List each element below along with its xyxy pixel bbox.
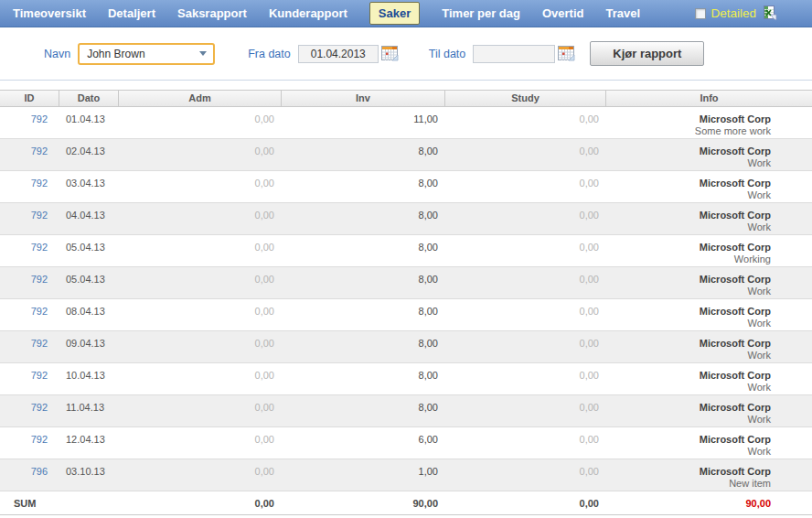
work-description: Working (606, 254, 771, 264)
detailed-checkbox[interactable] (695, 8, 706, 19)
table-row: 79201.04.130,0011,000,00Microsoft CorpSo… (0, 107, 812, 139)
report-table: IDDatoAdmInvStudyInfo 79201.04.130,0011,… (0, 90, 812, 515)
work-description: Some more work (606, 125, 771, 136)
date-cell: 03.10.13 (59, 459, 119, 491)
run-report-button[interactable]: Kjør rapport (590, 41, 704, 66)
nav-tab-saker[interactable]: Saker (369, 2, 420, 25)
date-cell: 02.04.13 (59, 139, 119, 170)
nav-tab-timeoversikt[interactable]: Timeoversikt (2, 6, 97, 20)
case-id-link[interactable]: 792 (31, 434, 48, 445)
to-date-calendar-button[interactable] (558, 46, 575, 61)
column-header-info: Info (606, 91, 812, 106)
case-id-link[interactable]: 796 (31, 466, 48, 477)
adm-cell: 0,00 (119, 267, 282, 298)
name-label: Navn (44, 48, 70, 60)
info-cell: Microsoft CorpWork (606, 171, 812, 202)
date-cell: 09.04.13 (59, 331, 119, 362)
detailed-checkbox-label[interactable]: Detailed (710, 6, 756, 20)
id-cell: 792 (0, 299, 59, 330)
sum-adm: 0,00 (119, 491, 282, 514)
date-cell: 03.04.13 (59, 171, 119, 202)
sum-study: 0,00 (445, 491, 606, 514)
date-cell: 11.04.13 (59, 395, 119, 426)
inv-cell: 8,00 (282, 203, 445, 234)
case-id-link[interactable]: 792 (31, 402, 48, 413)
nav-tab-travel[interactable]: Travel (595, 6, 652, 20)
nav-tab-timer-per-dag[interactable]: Timer per dag (431, 6, 531, 20)
inv-cell: 8,00 (282, 395, 445, 426)
case-id-link[interactable]: 792 (31, 113, 48, 124)
adm-cell: 0,00 (119, 171, 282, 202)
case-id-link[interactable]: 792 (31, 146, 48, 156)
study-cell: 0,00 (445, 363, 606, 394)
adm-cell: 0,00 (119, 459, 282, 491)
inv-cell: 11,00 (282, 107, 445, 138)
nav-tab-kunderapport[interactable]: Kunderapport (258, 6, 358, 20)
work-description: Work (606, 382, 771, 393)
name-select[interactable]: John Brown (78, 43, 215, 65)
column-header-id: ID (0, 91, 59, 106)
calendar-icon (381, 46, 399, 61)
date-cell: 05.04.13 (59, 267, 119, 298)
table-row: 79205.04.130,008,000,00Microsoft CorpWor… (0, 267, 812, 299)
to-date-input[interactable] (473, 45, 555, 63)
customer-name: Microsoft Corp (606, 434, 771, 446)
case-id-link[interactable]: 792 (31, 370, 48, 381)
info-cell: Microsoft CorpWork (606, 363, 812, 394)
case-id-link[interactable]: 792 (31, 338, 48, 349)
info-cell: Microsoft CorpWork (606, 427, 812, 459)
inv-cell: 8,00 (282, 171, 445, 202)
customer-name: Microsoft Corp (606, 370, 771, 382)
table-row: 79211.04.130,008,000,00Microsoft CorpWor… (0, 395, 812, 427)
customer-name: Microsoft Corp (606, 113, 771, 125)
study-cell: 0,00 (445, 203, 606, 234)
case-id-link[interactable]: 792 (31, 210, 48, 221)
case-id-link[interactable]: 792 (31, 178, 48, 189)
nav-tab-overtid[interactable]: Overtid (531, 6, 595, 20)
work-description: Work (606, 221, 771, 232)
adm-cell: 0,00 (119, 331, 282, 362)
work-description: Work (606, 414, 771, 425)
id-cell: 792 (0, 203, 59, 234)
table-row: 79204.04.130,008,000,00Microsoft CorpWor… (0, 203, 812, 235)
id-cell: 792 (0, 139, 59, 170)
study-cell: 0,00 (445, 235, 606, 266)
excel-export-button[interactable] (762, 5, 777, 21)
from-date-input[interactable] (298, 45, 379, 63)
customer-name: Microsoft Corp (606, 146, 771, 157)
nav-tab-detaljert[interactable]: Detaljert (97, 6, 166, 20)
sum-row: SUM 0,00 90,00 0,00 90,00 (0, 491, 812, 515)
case-id-link[interactable]: 792 (31, 242, 48, 253)
sum-label: SUM (0, 491, 59, 514)
customer-name: Microsoft Corp (606, 210, 771, 221)
case-id-link[interactable]: 792 (31, 306, 48, 317)
adm-cell: 0,00 (119, 363, 282, 394)
study-cell: 0,00 (445, 171, 606, 202)
table-header: IDDatoAdmInvStudyInfo (0, 90, 812, 107)
study-cell: 0,00 (445, 331, 606, 362)
date-cell: 12.04.13 (59, 427, 119, 459)
study-cell: 0,00 (445, 299, 606, 330)
table-row: 79205.04.130,008,000,00Microsoft CorpWor… (0, 235, 812, 267)
inv-cell: 8,00 (282, 363, 445, 394)
id-cell: 792 (0, 331, 59, 362)
case-id-link[interactable]: 792 (31, 274, 48, 285)
inv-cell: 6,00 (282, 427, 445, 459)
work-description: Work (606, 350, 771, 361)
info-cell: Microsoft CorpWork (606, 331, 812, 362)
inv-cell: 8,00 (282, 139, 445, 170)
info-cell: Microsoft CorpWork (606, 203, 812, 234)
customer-name: Microsoft Corp (606, 274, 771, 286)
study-cell: 0,00 (445, 107, 606, 138)
from-date-calendar-button[interactable] (381, 46, 399, 61)
column-header-dato: Dato (59, 91, 119, 106)
customer-name: Microsoft Corp (606, 466, 771, 478)
nav-tab-saksrapport[interactable]: Saksrapport (166, 6, 258, 20)
adm-cell: 0,00 (119, 395, 282, 426)
table-row: 79208.04.130,008,000,00Microsoft CorpWor… (0, 299, 812, 331)
id-cell: 792 (0, 427, 59, 459)
customer-name: Microsoft Corp (606, 402, 771, 414)
adm-cell: 0,00 (119, 139, 282, 170)
sum-total: 90,00 (606, 491, 812, 514)
adm-cell: 0,00 (119, 203, 282, 234)
